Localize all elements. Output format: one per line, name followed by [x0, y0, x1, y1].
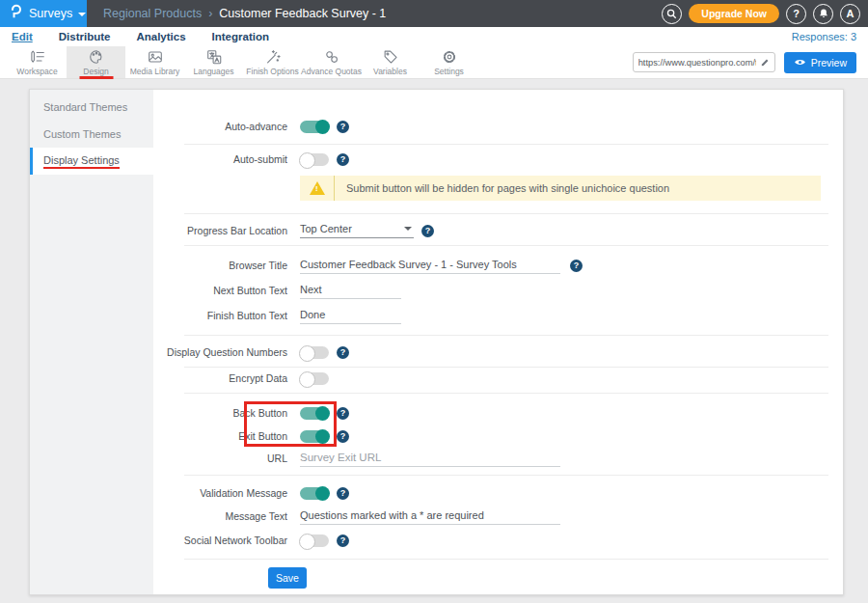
avatar[interactable]: A [840, 4, 860, 24]
survey-url-field[interactable]: https://www.questionpro.com/t/APNrFZ [633, 52, 775, 72]
encrypt-data-label: Encrypt Data [153, 372, 287, 384]
display-settings-red-underline-annotation: Display Settings [43, 154, 120, 169]
auto-advance-label: Auto-advance [153, 121, 287, 132]
display-settings-card: Standard Themes Custom Themes Display Se… [29, 89, 844, 595]
divider [184, 245, 828, 246]
back-button-toggle[interactable] [300, 407, 329, 420]
social-network-toolbar-toggle[interactable] [300, 534, 329, 547]
auto-advance-row: Auto-advance ? [153, 117, 843, 136]
divider [184, 475, 828, 476]
social-network-toolbar-label: Social Network Toolbar [153, 534, 287, 546]
responses-count[interactable]: Responses: 3 [792, 31, 856, 42]
display-settings-panel: Auto-advance ? Auto-submit ? Submit butt… [153, 90, 843, 594]
auto-submit-help-icon[interactable]: ? [337, 153, 349, 166]
browser-title-label: Browser Title [153, 260, 287, 271]
browser-title-help-icon[interactable]: ? [570, 260, 583, 272]
upgrade-now-button[interactable]: Upgrade Now [689, 4, 779, 23]
progress-bar-location-label: Progress Bar Location [153, 225, 287, 236]
gear-icon [441, 48, 458, 66]
warning-triangle-icon [300, 176, 335, 201]
message-text-label: Message Text [153, 510, 287, 522]
questionpro-logo-icon [9, 4, 23, 23]
progress-bar-location-row: Progress Bar Location Top Center ? [153, 221, 843, 240]
tag-icon [382, 48, 399, 66]
finish-button-text-input[interactable] [300, 308, 401, 324]
divider [184, 213, 828, 214]
languages-icon [205, 48, 223, 66]
design-page: Standard Themes Custom Themes Display Se… [0, 79, 868, 603]
notifications-button[interactable] [813, 4, 833, 24]
divider [184, 367, 828, 368]
nav-tab-distribute[interactable]: Distribute [59, 31, 111, 42]
toolbar-tab-variables[interactable]: Variables [361, 46, 420, 78]
nav-tab-edit[interactable]: Edit [12, 31, 33, 42]
survey-nav: Edit Distribute Analytics Integration Re… [0, 27, 868, 46]
auto-advance-help-icon[interactable]: ? [337, 121, 349, 133]
toolbar-tab-finish-options[interactable]: Finish Options [243, 46, 302, 78]
back-button-help-icon[interactable]: ? [337, 407, 349, 420]
exit-button-help-icon[interactable]: ? [337, 430, 349, 443]
surveys-product-menu[interactable]: Surveys [0, 0, 87, 27]
survey-url-value[interactable]: https://www.questionpro.com/t/APNrFZ [638, 58, 756, 68]
workspace-icon [29, 48, 46, 66]
breadcrumb-survey-title: Customer Feedback Survey - 1 [219, 7, 386, 20]
validation-message-label: Validation Message [153, 487, 287, 499]
nav-tab-analytics[interactable]: Analytics [136, 31, 185, 42]
finish-button-text-row: Finish Button Text [153, 306, 843, 325]
display-question-numbers-label: Display Question Numbers [153, 346, 287, 358]
toolbar-tab-media-library[interactable]: Media Library [125, 46, 184, 78]
progress-bar-location-select[interactable]: Top Center [300, 223, 414, 238]
message-text-row: Message Text [153, 507, 843, 526]
toolbar-tab-design[interactable]: Design [67, 46, 125, 78]
bell-icon [818, 8, 829, 19]
breadcrumb-folder[interactable]: Regional Products [103, 7, 202, 20]
sidebar-item-display-settings[interactable]: Display Settings [30, 148, 153, 175]
sidebar-item-custom-themes[interactable]: Custom Themes [30, 121, 153, 148]
message-text-input[interactable] [300, 508, 560, 525]
encrypt-data-toggle[interactable] [300, 372, 329, 385]
display-question-numbers-row: Display Question Numbers ? [153, 343, 843, 362]
auto-submit-label: Auto-submit [153, 153, 287, 165]
exit-button-label: Exit Button [153, 430, 287, 442]
top-bar: Surveys Regional Products › Customer Fee… [0, 0, 868, 27]
display-question-numbers-help-icon[interactable]: ? [337, 346, 349, 359]
chevron-down-icon [78, 13, 86, 16]
search-icon [666, 9, 677, 19]
finish-button-text-label: Finish Button Text [153, 310, 287, 321]
display-question-numbers-toggle[interactable] [300, 346, 329, 359]
browser-title-input[interactable] [300, 258, 560, 274]
auto-advance-toggle[interactable] [300, 121, 329, 133]
product-menu-label: Surveys [29, 7, 72, 20]
submit-hidden-warning: Submit button will be hidden for pages w… [300, 176, 821, 201]
back-button-row: Back Button ? [153, 403, 843, 423]
validation-message-toggle[interactable] [300, 487, 329, 500]
help-button[interactable]: ? [786, 4, 806, 24]
warning-text: Submit button will be hidden for pages w… [346, 182, 669, 194]
browser-title-row: Browser Title ? [153, 256, 843, 275]
exit-url-row: URL [153, 449, 843, 468]
social-network-toolbar-help-icon[interactable]: ? [337, 534, 349, 547]
validation-message-help-icon[interactable]: ? [337, 487, 349, 500]
encrypt-data-row: Encrypt Data [153, 369, 843, 388]
exit-url-input[interactable] [300, 451, 560, 467]
divider [184, 144, 828, 145]
search-button[interactable] [662, 4, 682, 24]
toolbar-tab-languages[interactable]: Languages [184, 46, 243, 78]
save-button[interactable]: Save [268, 567, 307, 589]
exit-button-toggle[interactable] [300, 430, 329, 443]
toolbar-tab-workspace[interactable]: Workspace [8, 46, 67, 78]
magic-wand-icon [264, 48, 282, 66]
preview-button[interactable]: Preview [784, 52, 856, 73]
progress-bar-location-help-icon[interactable]: ? [421, 225, 434, 237]
auto-submit-toggle[interactable] [300, 153, 329, 166]
exit-button-row: Exit Button ? [153, 426, 843, 446]
breadcrumb: Regional Products › Customer Feedback Su… [103, 7, 386, 20]
media-library-icon [147, 48, 164, 66]
toolbar-tab-advance-quotas[interactable]: Advance Quotas [302, 46, 361, 78]
divider [184, 335, 828, 336]
edit-pencil-icon[interactable] [760, 58, 770, 68]
nav-tab-integration[interactable]: Integration [212, 31, 269, 42]
toolbar-tab-settings[interactable]: Settings [420, 46, 478, 78]
next-button-text-input[interactable] [300, 283, 401, 299]
sidebar-item-standard-themes[interactable]: Standard Themes [30, 94, 153, 121]
